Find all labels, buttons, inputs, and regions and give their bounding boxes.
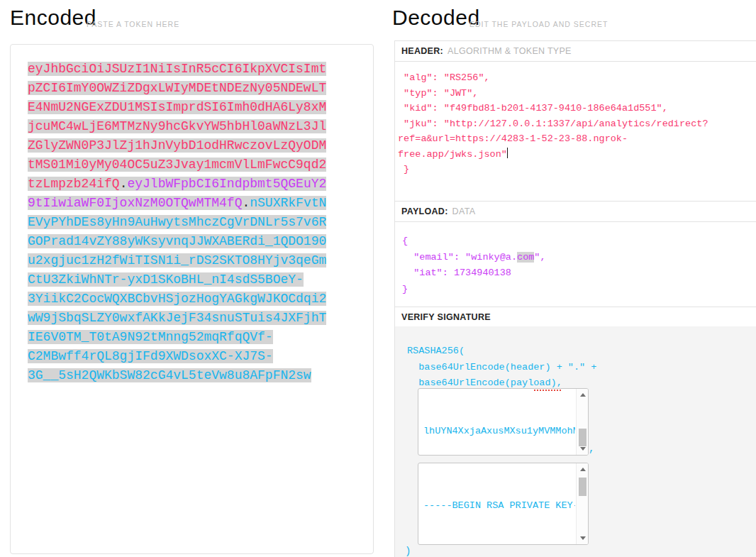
- header-section-sublabel: ALGORITHM & TOKEN TYPE: [448, 46, 572, 56]
- jwt-header-segment[interactable]: eyJhbGciOiJSUzI1NiIsInR5cCI6IkpXVCIsImtp…: [28, 62, 326, 191]
- payload-section-label: PAYLOAD:: [401, 206, 448, 216]
- private-key-textarea[interactable]: -----BEGIN RSA PRIVATE KEY-- --- MIIEpgI…: [418, 463, 589, 545]
- jwt-dot-separator: .: [242, 196, 250, 210]
- header-section-bar: HEADER: ALGORITHM & TOKEN TYPE: [394, 40, 756, 62]
- decoded-subtitle: EDIT THE PAYLOAD AND SECRET: [469, 20, 608, 28]
- verify-section-label: VERIFY SIGNATURE: [401, 312, 491, 322]
- scrollbar-thumb[interactable]: [579, 478, 587, 496]
- payload-section-bar: PAYLOAD: DATA: [394, 201, 756, 222]
- public-key-scrollbar[interactable]: [576, 389, 588, 455]
- public-key-text[interactable]: lhUYN4XxjaAxusMXsu1yMVMMohMF qii/iCoy pQ…: [418, 389, 575, 455]
- payload-json-editor[interactable]: { "email": "winky@a.com", "iat": 1734940…: [394, 222, 756, 307]
- text-caret: [507, 148, 508, 158]
- signature-close-paren: ): [405, 546, 411, 557]
- header-section-label: HEADER:: [401, 46, 443, 56]
- signature-comma: ,: [589, 443, 594, 454]
- signature-algorithm-code: RSASHA256( base64UrlEncode(header) + "."…: [395, 326, 756, 392]
- private-key-line: ---: [423, 544, 575, 545]
- scroll-up-icon[interactable]: [577, 464, 589, 475]
- encoded-token-editor[interactable]: eyJhbGciOiJSUzI1NiIsInR5cCI6IkpXVCIsImtp…: [10, 44, 374, 554]
- scroll-down-icon[interactable]: [577, 533, 589, 544]
- verify-section-bar: VERIFY SIGNATURE: [394, 307, 756, 327]
- encoded-title: Encoded: [10, 6, 96, 30]
- private-key-line: -----BEGIN RSA PRIVATE KEY--: [423, 498, 575, 514]
- jwt-token-text[interactable]: eyJhbGciOiJSUzI1NiIsInR5cCI6IkpXVCIsImtp…: [28, 60, 328, 385]
- payload-selected-text[interactable]: com: [517, 252, 534, 263]
- payload-json-text[interactable]: { "email": "winky@a.: [402, 236, 517, 263]
- encoded-subtitle: PASTE A TOKEN HERE: [87, 20, 179, 28]
- public-key-textarea[interactable]: lhUYN4XxjaAxusMXsu1yMVMMohMF qii/iCoy pQ…: [418, 388, 589, 456]
- scroll-up-icon[interactable]: [577, 390, 589, 400]
- header-json-text[interactable]: "alg": "RS256", "typ": "JWT", "kid": "f4…: [398, 72, 708, 160]
- verify-signature-panel: RSASHA256( base64UrlEncode(header) + "."…: [394, 326, 756, 557]
- jwt-signature-segment[interactable]: nSUXRkFvtNEVyPYhDEs8yHn9AuHwytsMhczCgVrD…: [28, 196, 326, 382]
- private-key-text[interactable]: -----BEGIN RSA PRIVATE KEY-- --- MIIEpgI…: [418, 463, 575, 544]
- header-json-editor[interactable]: "alg": "RS256", "typ": "JWT", "kid": "f4…: [394, 62, 756, 201]
- scroll-down-icon[interactable]: [577, 443, 589, 454]
- jwt-dot-separator: .: [120, 177, 128, 191]
- decoded-title: Decoded: [392, 6, 480, 30]
- public-key-line: lhUYN4XxjaAxusMXsu1yMVMMohMF: [423, 424, 575, 439]
- private-key-scrollbar[interactable]: [576, 463, 588, 544]
- header-json-text-end[interactable]: }: [398, 164, 409, 175]
- payload-section-sublabel: DATA: [452, 206, 476, 216]
